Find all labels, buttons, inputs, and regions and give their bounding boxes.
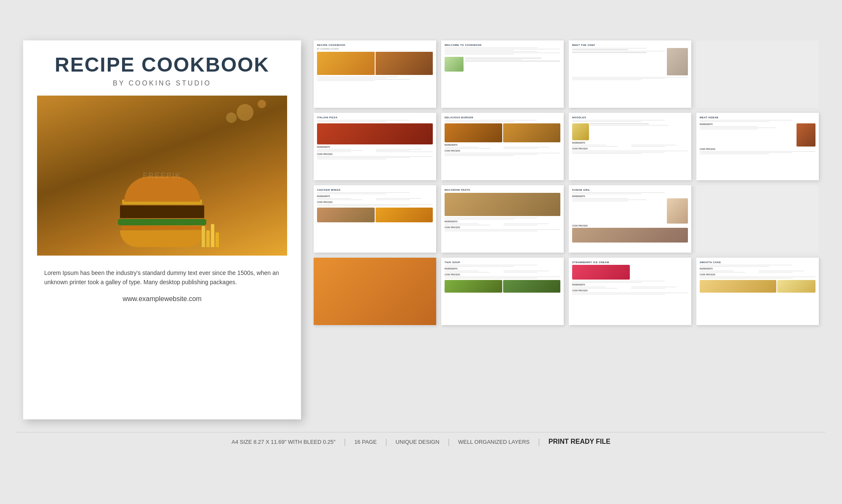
footer-pages: 16 PAGE <box>354 439 377 445</box>
chicken-cook-lines <box>317 204 433 206</box>
mp-title-cover: RECIPE COOKBOOK <box>317 44 433 46</box>
straw-cook-lines <box>572 293 688 295</box>
straw-ingredients-label: INGREDIENTS <box>572 284 688 286</box>
noodles-ingredients <box>572 145 688 147</box>
mini-page-thai-soup: THAI SOUP INGREDIENTS COOK PROCESS <box>441 258 564 325</box>
kabab-ingredients-label: INGREDIENTS <box>572 195 688 197</box>
cover-description: Lorem Ipsum has been the industry's stan… <box>44 268 280 287</box>
mp-title-chicken: CHICKEN WINGS <box>317 189 433 191</box>
chef-img <box>667 48 688 75</box>
footer-design: UNIQUE DESIGN <box>396 439 440 445</box>
kabab-gril-img2 <box>572 228 688 243</box>
chicken-ingredients <box>317 198 433 200</box>
chicken-cook-label: COOK PROCESS <box>317 201 433 203</box>
cover-website: www.examplewebsite.com <box>44 295 280 303</box>
noodles-cook-lines <box>572 151 688 154</box>
pasta-ingredients-label: INGREDIENTS <box>445 221 560 223</box>
pasta-cook-lines <box>445 229 560 232</box>
patty <box>120 205 204 218</box>
mp-lines-cover <box>317 77 433 81</box>
mini-page-spacer1 <box>696 40 819 108</box>
straw-ingredients <box>572 287 688 289</box>
mp-lines-chef <box>572 77 688 80</box>
cake-cook-lines <box>700 277 815 279</box>
mp-title-pizza: ITALIAN PIZZA <box>317 116 433 119</box>
mp-title-chef: MEET THE CHEF <box>572 44 688 46</box>
cake-cook-label: COOK PROCESS <box>700 274 815 276</box>
footer-sep1: | <box>344 437 346 446</box>
kebab-ingredients-label: INGREDIENTS <box>700 123 796 125</box>
strawberry-imgs-top <box>572 265 688 280</box>
chicken-ingredients-label: INGREDIENTS <box>317 195 433 197</box>
burger-ingredients <box>445 147 560 149</box>
mini-page-strawberry: STRAWBERRY ICE CREAM INGREDIENTS <box>569 258 691 325</box>
mp-title-noodles: NOODLES <box>572 116 688 119</box>
footer-sep3: | <box>448 437 450 446</box>
footer-print: PRINT READY FILE <box>549 438 610 445</box>
mini-page-cover-spread: RECIPE COOKBOOK BY COOKING STUDIO <box>314 40 436 108</box>
mp-lines-pizza-intro <box>317 120 433 122</box>
mp-title-welcome: WELCOME TO COOKBOOK <box>445 44 560 46</box>
noodles-cook-label: COOK PROCESS <box>572 148 688 150</box>
noodles-imgs <box>572 123 688 140</box>
kabab-ingredients <box>572 198 688 224</box>
kebab-cook-lines <box>700 151 815 155</box>
welcome-img-row <box>445 57 560 72</box>
straw-cook-label: COOK PROCESS <box>572 290 688 292</box>
mp-title-kabab-gril: KABAB GRIL <box>572 189 688 191</box>
cover-wrapper: IMAGE NOT INCLUDED RECIPE COOKBOOK BY CO… <box>23 40 301 419</box>
pages-grid: RECIPE COOKBOOK BY COOKING STUDIO WELCOM… <box>314 40 819 325</box>
mp-lines-straw-intro <box>572 281 688 283</box>
cover-food-image: FREEPIK <box>37 96 287 256</box>
kabab-gril-cook-label: COOK PROCESS <box>572 225 688 227</box>
cover-image-area: FREEPIK <box>37 96 287 256</box>
kabab-gril-img <box>667 198 688 224</box>
mini-page-spacer2 <box>696 185 819 253</box>
cake-imgs-bottom <box>700 280 815 293</box>
cover-title: RECIPE COOKBOOK <box>32 53 293 76</box>
kebab-img <box>797 123 815 147</box>
noodles-ingredients-label: INGREDIENTS <box>572 142 688 144</box>
soup-ingredients-label: INGREDIENTS <box>445 268 560 270</box>
mp-lines-cake-intro <box>700 265 815 267</box>
mp-img-cover <box>317 52 433 75</box>
pizza-ingredients <box>317 149 433 152</box>
cake-ingredients-label: INGREDIENTS <box>700 268 815 270</box>
mp-title-strawberry: STRAWBERRY ICE CREAM <box>572 261 688 264</box>
pizza-ingredients-label: INGREDIENTS <box>317 146 433 148</box>
mp-lines-soup-intro <box>445 265 560 267</box>
pizza-cook-lines <box>317 156 433 160</box>
cover-book: RECIPE COOKBOOK BY COOKING STUDIO <box>23 40 301 419</box>
pasta-ingredients <box>445 224 560 226</box>
kebab-imgs: INGREDIENTS <box>700 123 815 147</box>
mini-page-pasta: MACARONI PASTA INGREDIENTS COOK PROCESS <box>441 185 564 253</box>
mp-lines-burger-intro <box>445 120 560 122</box>
footer-sep4: | <box>538 437 540 446</box>
mini-page-pizza: ITALIAN PIZZA INGREDIENTS COOK PR <box>314 113 436 180</box>
burger-imgs <box>445 123 560 142</box>
soup-cook-label: COOK PROCESS <box>445 274 560 276</box>
footer-sep2: | <box>385 437 387 446</box>
mini-page-noodles: NOODLES INGREDIENTS <box>569 113 691 180</box>
cover-top: RECIPE COOKBOOK BY COOKING STUDIO <box>23 40 301 96</box>
mp-title-thai-soup: THAI SOUP <box>445 261 560 264</box>
soup-ingredients <box>445 271 560 273</box>
burger-illustration <box>118 176 206 247</box>
cover-bottom: Lorem Ipsum has been the industry's stan… <box>23 256 301 312</box>
mini-page-burger: DELICIOUS BURGER INGREDIENTS C <box>441 113 564 180</box>
watermark: FREEPIK <box>143 171 181 180</box>
lettuce <box>118 219 206 225</box>
mini-page-welcome: WELCOME TO COOKBOOK <box>441 40 564 108</box>
fries <box>202 224 219 247</box>
pizza-cook-label: COOK PROCESS <box>317 153 433 155</box>
soup-cook-lines <box>445 277 560 279</box>
burger-cook-label: COOK PROCESS <box>445 150 560 152</box>
burger-ingredients-label: INGREDIENTS <box>445 144 560 146</box>
mp-lines-pasta-intro <box>445 218 560 220</box>
bun-top <box>124 176 200 202</box>
chicken-imgs-bottom <box>317 208 433 222</box>
footer-bar: A4 SIZE 8.27 X 11.69" WITH BLEED 0.25" |… <box>17 432 825 451</box>
footer-layers: WELL ORGANIZED LAYERS <box>458 439 530 445</box>
soup-imgs-bottom <box>445 280 560 293</box>
mini-page-kebab: MEAT KEBAB INGREDIENTS COOK PROCESS <box>696 113 819 180</box>
